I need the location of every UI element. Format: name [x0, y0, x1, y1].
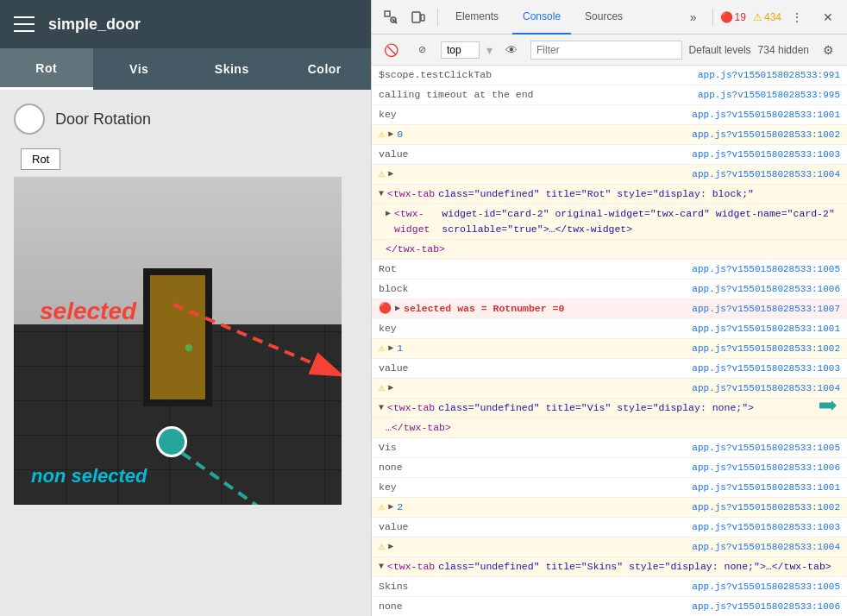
door-rotation-label: Door Rotation — [55, 110, 151, 129]
eye-icon[interactable]: 👁 — [499, 38, 524, 62]
clear-console-icon[interactable]: 🚫 — [379, 38, 403, 62]
tab-rot[interactable]: Rot — [0, 48, 93, 90]
console-row: key app.js?v1550158028533:1001 — [372, 319, 847, 339]
console-row-block: ▼ <twx-tab class="undefined" title="Skin… — [372, 557, 847, 577]
console-row: value app.js?v1550158028533:1003 — [372, 359, 847, 379]
app-panel: simple_door Rot Vis Skins Color Door Rot… — [0, 0, 371, 616]
console-row-error: 🔴 ▶ selected was = Rotnumber =0 app.js?v… — [372, 299, 847, 319]
error-icon: 🔴 — [720, 11, 733, 23]
console-row-warning: ⚠ ▶ 1 app.js?v1550158028533:1002 — [372, 339, 847, 359]
console-row-warning: ⚠ ▶ app.js?v1550158028533:1004 — [372, 165, 847, 185]
tab-console[interactable]: Console — [512, 0, 571, 35]
selected-label: selected — [40, 298, 136, 325]
tab-skins[interactable]: Skins — [185, 48, 279, 90]
toggle-circle[interactable] — [14, 104, 45, 135]
svg-rect-7 — [412, 12, 420, 22]
warning-icon-sm: ⚠ — [379, 341, 385, 356]
console-row-warning: ⚠ ▶ app.js?v1550158028533:1004 — [372, 379, 847, 399]
app-tab-bar: Rot Vis Skins Color — [0, 48, 371, 90]
tab-color[interactable]: Color — [279, 48, 372, 90]
console-row: $scope.testClickTab app.js?v155015802853… — [372, 66, 847, 85]
devtools-panel: Elements Console Sources » 🔴 19 ⚠ 434 ⋮ … — [371, 0, 847, 616]
svg-rect-8 — [421, 15, 424, 21]
teal-arrow-indicator — [819, 400, 837, 411]
execution-context-select[interactable]: top — [441, 41, 480, 59]
device-toolbar-icon[interactable] — [406, 5, 430, 29]
console-row: value app.js?v1550158028533:1003 — [372, 145, 847, 165]
filter-input[interactable] — [530, 41, 682, 60]
warning-icon: ⚠ — [753, 11, 762, 23]
console-row-block: </twx-tab> — [372, 240, 847, 260]
console-row-block: …</twx-tab> — [372, 418, 847, 438]
devtools-filter-bar: 🚫 ⊘ top ▾ 👁 Default levels 734 hidden ⚙ — [372, 35, 847, 66]
inspect-element-icon[interactable] — [379, 5, 403, 29]
close-devtools-button[interactable]: ✕ — [816, 5, 840, 29]
console-row: value app.js?v1550158028533:1003 — [372, 518, 847, 537]
settings-icon[interactable]: ⚙ — [816, 38, 840, 62]
hamburger-icon[interactable] — [14, 16, 35, 32]
devtools-toolbar: Elements Console Sources » 🔴 19 ⚠ 434 ⋮ … — [372, 0, 847, 35]
warning-icon-sm: ⚠ — [379, 500, 385, 515]
console-row: Skins app.js?v1550158028533:1005 — [372, 577, 847, 597]
console-row-warning: ⚠ ▶ app.js?v1550158028533:1004 — [372, 537, 847, 557]
content-area: Door Rotation Rot selected non selected — [0, 90, 371, 616]
door-frame — [143, 268, 212, 406]
warning-icon-sm: ⚠ — [379, 539, 385, 555]
warning-icon-sm: ⚠ — [379, 380, 385, 396]
devtools-console[interactable]: $scope.testClickTab app.js?v155015802853… — [372, 66, 847, 616]
warning-count-badge: ⚠ 434 — [753, 11, 781, 23]
scene-container: selected non selected — [14, 177, 342, 505]
console-row-block: ▶ <twx-widget widget-id="card-2" origina… — [372, 204, 847, 240]
more-tabs-button[interactable]: » — [681, 5, 706, 29]
console-row: calling timeout at the end app.js?v15501… — [372, 85, 847, 105]
console-row: block app.js?v1550158028533:1006 — [372, 280, 847, 299]
console-row-block: ▼ <twx-tab class="undefined" title="Vis"… — [372, 399, 847, 418]
rot-button[interactable]: Rot — [21, 148, 60, 170]
console-row-warning: ⚠ ▶ 0 app.js?v1550158028533:1002 — [372, 125, 847, 145]
tab-sources[interactable]: Sources — [574, 0, 633, 35]
console-row: key app.js?v1550158028533:1001 — [372, 105, 847, 125]
tab-elements[interactable]: Elements — [445, 0, 509, 35]
hidden-count: 734 hidden — [758, 44, 809, 56]
app-header: simple_door — [0, 0, 371, 48]
toolbar-separator-2 — [712, 9, 713, 26]
error-count-badge: 🔴 19 — [720, 11, 746, 23]
svg-rect-4 — [385, 11, 390, 16]
console-row: Vis app.js?v1550158028533:1005 — [372, 438, 847, 458]
door-body — [147, 273, 208, 402]
preserve-log-icon[interactable]: ⊘ — [410, 38, 434, 62]
more-options-button[interactable]: ⋮ — [785, 5, 809, 29]
console-row: key app.js?v1550158028533:1001 — [372, 478, 847, 498]
non-selected-label: non selected — [31, 465, 147, 487]
console-row: none app.js?v1550158028533:1006 — [372, 458, 847, 478]
app-title: simple_door — [48, 16, 141, 34]
tab-vis[interactable]: Vis — [93, 48, 186, 90]
error-icon-sm: 🔴 — [379, 301, 392, 317]
door-handle — [185, 344, 192, 351]
door-rotation-row: Door Rotation — [14, 104, 357, 135]
console-row-block: ▼ <twx-tab class="undefined" title="Rot"… — [372, 185, 847, 204]
console-row-warning: ⚠ ▶ 2 app.js?v1550158028533:1002 — [372, 498, 847, 518]
default-levels-label[interactable]: Default levels — [689, 44, 751, 56]
warning-icon-sm: ⚠ — [379, 127, 385, 142]
warning-icon-sm: ⚠ — [379, 167, 385, 182]
console-row: Rot app.js?v1550158028533:1005 — [372, 260, 847, 280]
console-row: none app.js?v1550158028533:1006 — [372, 597, 847, 616]
toolbar-separator — [437, 9, 438, 26]
green-circle — [156, 426, 187, 457]
